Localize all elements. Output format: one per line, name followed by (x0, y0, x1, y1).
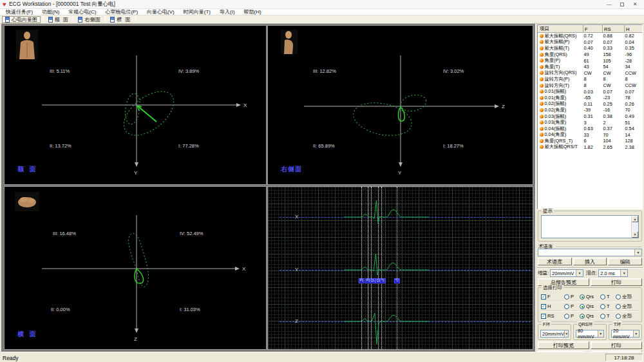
table-header-cell[interactable]: RS (603, 26, 625, 33)
radio-全部[interactable] (616, 304, 621, 309)
chevron-down-icon[interactable]: ▼ (564, 330, 568, 337)
value-f: 0.07 (583, 39, 603, 46)
table-row[interactable]: 旋转方向(T)8CWCCW (538, 82, 643, 89)
chevron-down-icon[interactable]: ▼ (598, 330, 603, 337)
table-row[interactable]: 0.02(振幅)0.110.250.26 (538, 101, 643, 108)
chevron-down-icon[interactable]: ▼ (576, 270, 583, 276)
checkbox-rs[interactable]: ✓ (541, 314, 546, 319)
menu-item[interactable]: 向量心电(V) (142, 9, 179, 15)
value-rs: 0.25 (603, 101, 625, 108)
print-select-group: 选择打印 ✓FPQrsT全部✓HPQrsT全部✓RSPQrsT全部 (538, 287, 642, 322)
scroll-up-icon[interactable]: ▲ (632, 216, 638, 222)
marker-p1[interactable]: P1 (359, 278, 365, 283)
chevron-down-icon[interactable]: ▼ (634, 249, 641, 256)
print-button-bottom[interactable]: 打印 (591, 341, 642, 349)
orange-bullet-icon (540, 115, 544, 119)
marker-t2[interactable]: T2 (394, 278, 400, 283)
chevron-down-icon[interactable]: ▼ (620, 270, 627, 276)
table-header-cell[interactable]: 项目 (538, 26, 583, 33)
table-row[interactable]: 最大振幅QRS/T1.822.652.38 (538, 144, 643, 151)
table-row[interactable]: 0.04(振幅)0.630.370.54 (538, 126, 643, 132)
table-row[interactable]: 0.03(振幅)0.310.380.49 (538, 113, 643, 120)
print-button-top[interactable]: 打印 (591, 278, 642, 286)
hint-scrollbar[interactable]: ▲ ▼ (631, 216, 638, 238)
table-row[interactable]: 0.04(角度)337014 (538, 132, 643, 138)
table-row[interactable]: 旋转方向(QRS)CWCWCCW (538, 70, 643, 77)
loop-gain-combobox[interactable]: 80 mm/mV▼ (576, 330, 604, 338)
radio-qrs[interactable] (580, 314, 585, 319)
radio-t[interactable] (600, 294, 605, 300)
hint-textarea[interactable]: ▲ ▼ (541, 215, 639, 238)
table-row[interactable]: 0.03(角度)3251 (538, 119, 643, 126)
gain-combobox[interactable]: 20mm/mV▼ (550, 269, 583, 277)
table-row[interactable]: 最大振幅(T)0.400.330.35 (538, 45, 643, 52)
radio-qrs[interactable] (580, 304, 585, 309)
radio-label: P (571, 313, 580, 319)
minimize-button[interactable]: — (603, 0, 616, 8)
divider (556, 247, 642, 247)
menu-item[interactable]: 心室晚电位(P) (100, 9, 142, 15)
menu-item[interactable]: 常规心电(C) (64, 9, 100, 15)
toolbar-button[interactable]: 右侧面 (75, 16, 102, 23)
print-preview-button[interactable]: 打印预览 (538, 341, 589, 349)
radio-全部[interactable] (616, 294, 621, 300)
edit-button[interactable]: 编辑 (608, 258, 642, 265)
toolbar-button[interactable]: 心电向量图 (2, 16, 41, 23)
scroll-down-icon[interactable]: ▼ (632, 231, 638, 238)
window-title: ECG Workstation - [0000001 Test 向量心电] (9, 1, 115, 8)
horizontal-plane-panel[interactable]: X Z III: 16.48% IV: 52.49% II: 0.00% I: … (4, 186, 267, 350)
insert-button[interactable]: 插入 (573, 258, 607, 265)
orange-bullet-icon (540, 59, 544, 62)
checkbox-f[interactable]: ✓ (541, 294, 546, 300)
maximize-button[interactable] (616, 0, 629, 8)
table-row[interactable]: 角度(QRS_T)6104128 (538, 138, 643, 144)
toolbar: 心电向量图额 面右侧面横 面 (0, 15, 644, 24)
table-row[interactable]: 角度(QRS)49158-96 (538, 52, 643, 58)
table-row[interactable]: 0.01(角度)-65-2378 (538, 95, 643, 101)
measurement-table-container: 项目FRSH 最大振幅(QRS)0.720.880.82最大振幅(P)0.070… (537, 24, 643, 209)
table-row[interactable]: 角度(T)435434 (538, 64, 643, 70)
toolbar-button[interactable]: 额 面 (46, 16, 70, 23)
quadrant-iii-percent: III: 16.48% (53, 231, 76, 236)
measurement-table: 项目FRSH 最大振幅(QRS)0.720.880.82最大振幅(P)0.070… (538, 25, 643, 150)
radio-p[interactable] (564, 314, 569, 319)
radio-全部[interactable] (616, 314, 621, 319)
frontal-plane-panel[interactable]: X Y III: 5.11% IV: 3.89% II: 13.72% I: 7… (4, 25, 267, 185)
right-side-plane-panel[interactable]: Z Y III: 12.82% IV: 3.02% II: 65.89% I: … (267, 25, 533, 185)
menu-item[interactable]: 帮助(H) (240, 9, 266, 15)
glossary-button[interactable]: 术语库 (538, 258, 572, 265)
radio-p[interactable] (564, 304, 569, 309)
dot-interval-combobox[interactable]: 2.0 ms▼ (598, 269, 628, 277)
loop-gain-combobox[interactable]: 20mm/mV▼ (540, 330, 569, 338)
table-row[interactable]: 最大振幅(P)0.070.070.04 (538, 39, 643, 46)
table-row[interactable]: 0.01(振幅)0.030.070.07 (538, 88, 643, 95)
frontal-plane-label: 额 面 (17, 165, 37, 174)
radio-t[interactable] (600, 314, 605, 319)
loop-gain-combobox[interactable]: 20 mm/mV▼ (611, 330, 639, 338)
menu-item[interactable]: 快速任务(F) (1, 9, 37, 15)
toolbar-button[interactable]: 横 面 (108, 16, 132, 23)
right-side-plane-plot: Z Y (268, 26, 533, 185)
svg-text:Y: Y (134, 170, 138, 176)
table-header-cell[interactable]: F (583, 26, 603, 33)
radio-p[interactable] (564, 294, 569, 300)
checkbox-h[interactable]: ✓ (541, 304, 546, 309)
marker-t1[interactable]: T1 (380, 278, 386, 283)
menu-item[interactable]: 功能(N) (37, 9, 64, 15)
xyz-waveform-panel[interactable]: XYZ P1P2Q1Q2T1T2 (267, 186, 533, 350)
table-row[interactable]: 角度(P)61105-28 (538, 57, 643, 64)
quadrant-iv-percent: IV: 3.89% (178, 68, 199, 74)
table-header-cell[interactable]: H (625, 26, 643, 33)
chevron-down-icon[interactable]: ▼ (633, 330, 639, 337)
radio-qrs[interactable] (580, 294, 585, 300)
table-row[interactable]: 0.02(角度)-39-1670 (538, 107, 643, 113)
radio-t[interactable] (600, 304, 605, 309)
glossary-combobox[interactable]: ▼ (538, 249, 642, 256)
close-window-button[interactable]: ✕ (629, 0, 641, 8)
table-row[interactable]: 最大振幅(QRS)0.720.880.82 (538, 33, 643, 39)
marker-q1[interactable]: Q1 (370, 278, 375, 283)
menu-item[interactable]: 导入(I) (215, 9, 240, 15)
menu-item[interactable]: 时间向量(T) (179, 9, 215, 15)
value-f: 0.03 (583, 88, 603, 95)
table-row[interactable]: 旋转方向(P)888 (538, 76, 643, 82)
